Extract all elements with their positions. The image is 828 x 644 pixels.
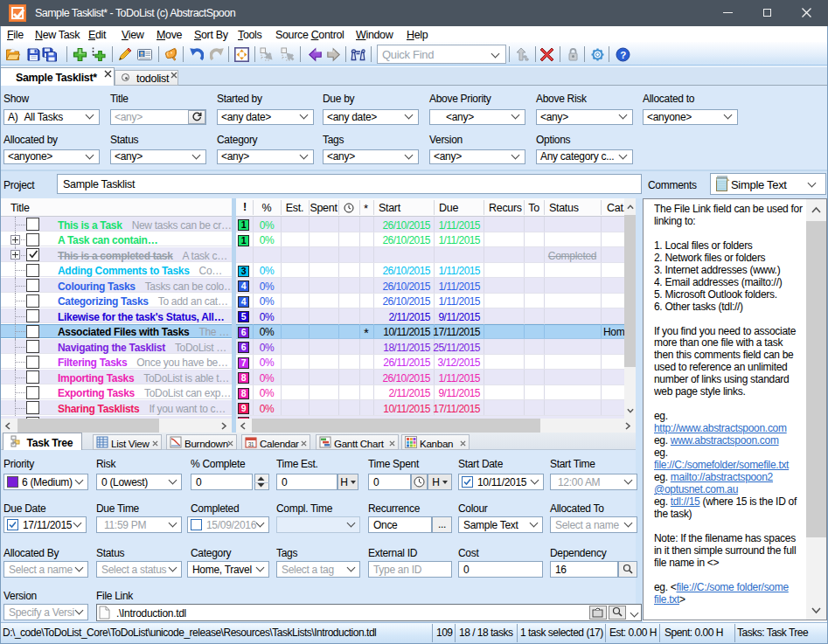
- svg-text:?: ?: [620, 50, 626, 60]
- svg-text:31: 31: [248, 441, 254, 447]
